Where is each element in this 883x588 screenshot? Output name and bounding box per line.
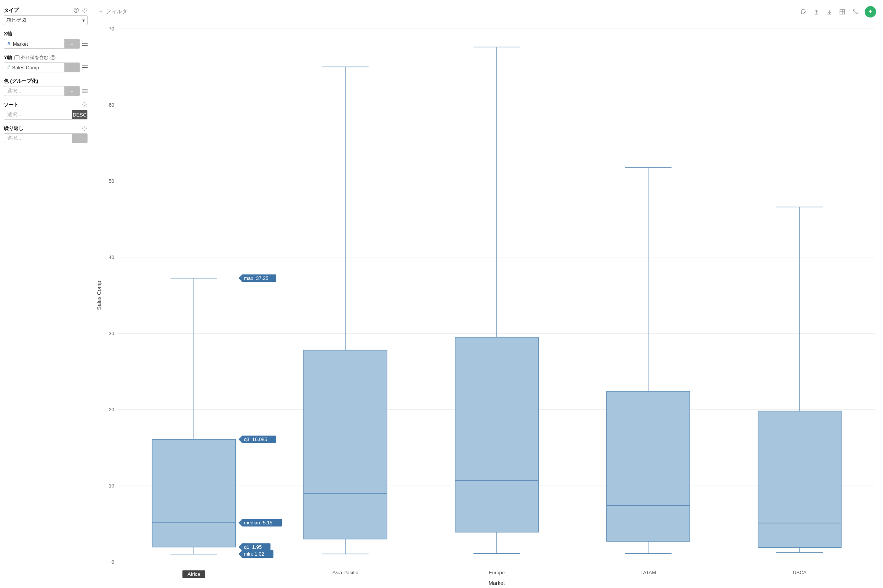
svg-text:Europe: Europe: [489, 570, 505, 575]
repeat-agg-button[interactable]: -: [72, 134, 87, 143]
svg-text:40: 40: [109, 254, 114, 260]
plus-icon: ＋: [98, 8, 104, 15]
type-label: タイプ: [4, 7, 19, 14]
svg-rect-38: [304, 350, 387, 539]
help-icon[interactable]: [50, 54, 56, 61]
grid-icon[interactable]: [839, 8, 846, 15]
outlier-checkbox[interactable]: [14, 55, 19, 60]
add-filter-button[interactable]: ＋ フィルタ: [98, 8, 127, 15]
y-axis-label: Y軸: [4, 54, 12, 61]
outlier-checkbox-row[interactable]: 外れ値を含む: [14, 54, 56, 61]
repeat-field[interactable]: 選択... -: [4, 133, 88, 143]
boxplot-chart[interactable]: 010203040506070Sales CompMarketAfricaAsi…: [91, 21, 883, 588]
help-icon[interactable]: [73, 7, 79, 13]
upload-icon[interactable]: [813, 8, 820, 15]
svg-text:q1: 1.95: q1: 1.95: [244, 544, 262, 550]
svg-text:LATAM: LATAM: [640, 570, 656, 575]
svg-rect-30: [152, 439, 235, 547]
svg-rect-52: [606, 391, 690, 542]
svg-text:50: 50: [109, 178, 114, 184]
svg-text:median: 5.15: median: 5.15: [244, 520, 272, 526]
svg-text:10: 10: [109, 483, 114, 489]
type-value: 箱ヒゲ図: [6, 17, 26, 24]
sort-field[interactable]: 選択... DESC: [4, 110, 88, 120]
gear-icon[interactable]: [82, 102, 88, 108]
svg-marker-62: [238, 275, 242, 281]
svg-text:Sales Comp: Sales Comp: [96, 281, 102, 310]
y-axis-field[interactable]: #Sales Comp -: [4, 62, 80, 72]
svg-text:Market: Market: [489, 580, 505, 586]
svg-text:Africa: Africa: [187, 571, 200, 577]
sort-label: ソート: [4, 101, 19, 108]
svg-text:Asia Pacific: Asia Pacific: [333, 570, 358, 575]
repeat-label: 繰り返し: [4, 125, 24, 132]
svg-point-1: [76, 11, 77, 12]
svg-text:0: 0: [112, 559, 114, 565]
color-field[interactable]: 選択... -: [4, 86, 80, 96]
comment-icon[interactable]: [800, 8, 807, 15]
y-agg-button[interactable]: -: [64, 63, 80, 72]
color-label: 色 (グループ化): [4, 78, 38, 85]
x-axis-field[interactable]: AMarket -: [4, 39, 80, 49]
svg-point-4: [53, 59, 53, 59]
svg-text:min: 1.02: min: 1.02: [244, 551, 264, 557]
svg-text:60: 60: [109, 102, 114, 108]
type-select[interactable]: 箱ヒゲ図 ▾: [4, 15, 88, 25]
number-type-icon: #: [7, 65, 10, 70]
svg-marker-65: [238, 436, 242, 443]
y-menu-icon[interactable]: [82, 66, 88, 70]
fullscreen-icon[interactable]: [852, 8, 859, 15]
gear-icon[interactable]: [82, 7, 88, 13]
svg-text:max: 37.25: max: 37.25: [244, 275, 268, 281]
x-axis-label: X軸: [4, 30, 12, 37]
color-menu-icon[interactable]: [82, 89, 88, 93]
gear-icon[interactable]: [82, 125, 88, 131]
svg-text:70: 70: [109, 26, 114, 32]
pin-button[interactable]: [865, 6, 876, 18]
svg-marker-74: [238, 551, 242, 557]
svg-point-5: [84, 104, 85, 105]
svg-marker-71: [238, 544, 242, 550]
config-sidebar: タイプ 箱ヒゲ図 ▾ X軸 AMarket -: [0, 0, 91, 588]
svg-text:USCA: USCA: [793, 570, 806, 575]
caret-down-icon: ▾: [82, 18, 85, 23]
string-type-icon: A: [7, 41, 11, 46]
svg-marker-68: [238, 520, 242, 526]
x-agg-button[interactable]: -: [64, 39, 80, 48]
download-icon[interactable]: [826, 8, 833, 15]
svg-text:q3: 16.085: q3: 16.085: [244, 436, 267, 442]
svg-text:30: 30: [109, 331, 114, 336]
svg-rect-59: [758, 411, 841, 548]
sort-direction-button[interactable]: DESC: [72, 110, 87, 119]
svg-rect-45: [455, 337, 539, 532]
svg-point-6: [84, 128, 85, 129]
x-menu-icon[interactable]: [82, 42, 88, 46]
svg-text:20: 20: [109, 407, 114, 412]
color-agg-button[interactable]: -: [64, 86, 80, 96]
svg-point-2: [84, 10, 85, 11]
